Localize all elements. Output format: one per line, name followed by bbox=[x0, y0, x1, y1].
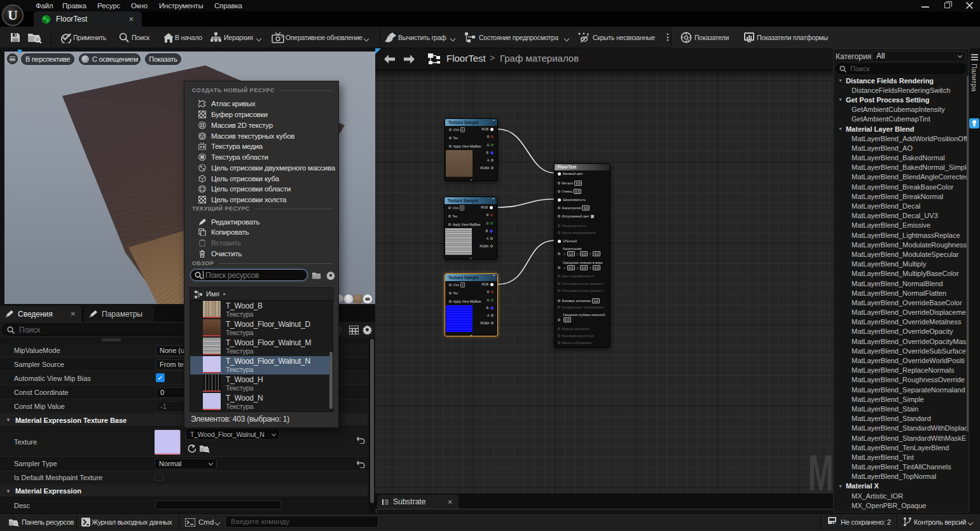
svg-text:i: i bbox=[687, 38, 689, 43]
